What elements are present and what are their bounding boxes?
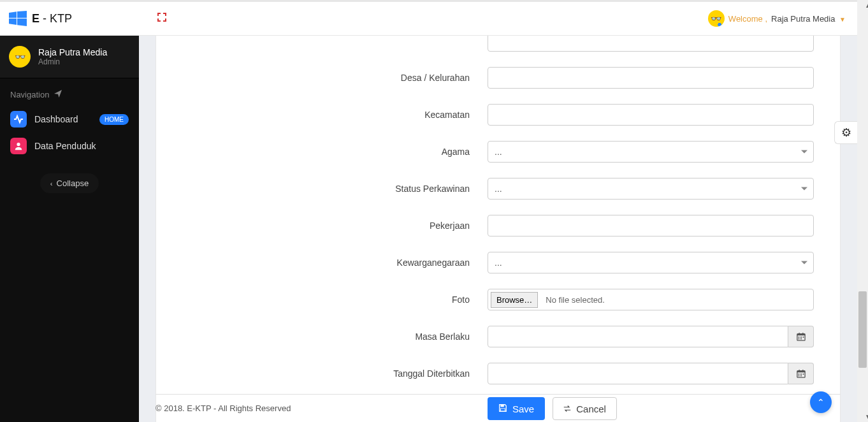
sidebar-user-name: Raja Putra Media	[38, 47, 107, 57]
sidebar-user-role: Admin	[38, 57, 107, 66]
svg-rect-9	[798, 337, 799, 338]
chevron-down-icon	[801, 150, 807, 154]
svg-rect-7	[799, 333, 799, 335]
svg-marker-0	[9, 11, 17, 18]
kewarganegaraan-select[interactable]: ...	[488, 252, 814, 273]
svg-rect-19	[800, 374, 802, 375]
calendar-icon[interactable]	[788, 326, 814, 347]
chevron-down-icon	[801, 187, 807, 191]
calendar-icon[interactable]	[788, 363, 814, 384]
collapse-button[interactable]: ‹ Collapse	[40, 173, 99, 193]
svg-rect-10	[800, 337, 802, 338]
svg-rect-20	[802, 374, 804, 375]
field-label: Foto	[156, 295, 488, 305]
brand-text: E - KTP	[32, 12, 72, 25]
scroll-thumb[interactable]	[858, 291, 867, 368]
svg-rect-15	[797, 371, 804, 373]
sidebar-item-label: Data Penduduk	[34, 141, 96, 151]
desa-input[interactable]	[488, 67, 814, 89]
chevron-left-icon: ‹	[50, 180, 53, 187]
footer: © 2018. E-KTP - All Rights Reserved	[156, 394, 841, 422]
svg-rect-21	[798, 375, 799, 377]
form-card: Desa / Kelurahan Kecamatan Agama ... Sta…	[156, 36, 841, 422]
svg-rect-6	[797, 334, 804, 336]
field-label: Desa / Kelurahan	[156, 73, 488, 83]
svg-marker-2	[9, 18, 17, 25]
sidebar-item-dashboard[interactable]: Dashboard HOME	[0, 106, 139, 133]
field-label: Status Perkawinan	[156, 184, 488, 194]
sidebar-item-data-penduduk[interactable]: Data Penduduk	[0, 133, 139, 159]
svg-marker-1	[17, 11, 27, 18]
scroll-top-button[interactable]: ⌃	[810, 391, 832, 413]
chevron-up-icon: ⌃	[817, 397, 825, 407]
svg-marker-3	[17, 18, 27, 26]
scrollbar[interactable]: ▲ ▼	[857, 0, 868, 422]
svg-rect-8	[802, 333, 803, 335]
field-label: Tanggal Diterbitkan	[156, 368, 488, 379]
svg-rect-13	[800, 338, 802, 340]
sidebar-user: 👓 Raja Putra Media Admin	[0, 36, 139, 78]
user-menu[interactable]: Raja Putra Media ▼	[771, 14, 846, 24]
field-label: Agama	[156, 147, 488, 157]
svg-point-4	[17, 143, 20, 146]
chevron-down-icon	[801, 261, 807, 265]
svg-rect-17	[802, 370, 803, 372]
foto-file-input[interactable]: Browse… No file selected.	[488, 289, 814, 310]
field-label: Kecamatan	[156, 110, 488, 120]
svg-rect-18	[798, 374, 799, 375]
avatar: 👓	[9, 46, 31, 68]
status-select[interactable]: ...	[488, 178, 814, 200]
field-label: Masa Berlaku	[156, 331, 488, 342]
avatar: 👓	[708, 10, 725, 27]
field-label: Kewarganegaraan	[156, 258, 488, 268]
scroll-down-icon[interactable]: ▼	[857, 411, 868, 422]
tanggal-diterbitkan-input[interactable]	[488, 363, 788, 384]
file-status-text: No file selected.	[546, 295, 605, 305]
nav-heading: Navigation	[0, 78, 139, 106]
sidebar: 👓 Raja Putra Media Admin Navigation Dash…	[0, 36, 139, 422]
agama-select[interactable]: ...	[488, 141, 814, 163]
svg-rect-11	[802, 337, 804, 338]
svg-rect-22	[800, 375, 802, 377]
kecamatan-input[interactable]	[488, 104, 814, 126]
activity-icon	[10, 111, 27, 127]
svg-rect-12	[798, 338, 799, 340]
main: Desa / Kelurahan Kecamatan Agama ... Sta…	[139, 36, 857, 422]
text-input[interactable]	[488, 36, 814, 52]
chevron-down-icon: ▼	[839, 16, 846, 23]
topbar: E - KTP 👓 Welcome , Raja Putra Media ▼	[0, 0, 857, 36]
paper-plane-icon	[54, 90, 62, 99]
brand[interactable]: E - KTP	[0, 11, 139, 26]
home-badge: HOME	[99, 114, 129, 125]
browse-button[interactable]: Browse…	[491, 292, 538, 308]
gear-icon: ⚙	[841, 126, 851, 140]
sidebar-item-label: Dashboard	[34, 114, 78, 124]
pekerjaan-input[interactable]	[488, 215, 814, 236]
masa-berlaku-input[interactable]	[488, 326, 788, 347]
fullscreen-toggle-icon[interactable]	[157, 12, 167, 25]
scroll-up-icon[interactable]: ▲	[857, 0, 868, 11]
settings-tab[interactable]: ⚙	[834, 121, 857, 144]
svg-rect-16	[799, 370, 799, 372]
field-label: Pekerjaan	[156, 221, 488, 231]
welcome-text: Welcome ,	[728, 14, 767, 24]
person-icon	[10, 138, 27, 154]
windows-logo-icon	[9, 11, 27, 26]
user-name: Raja Putra Media	[771, 14, 835, 24]
